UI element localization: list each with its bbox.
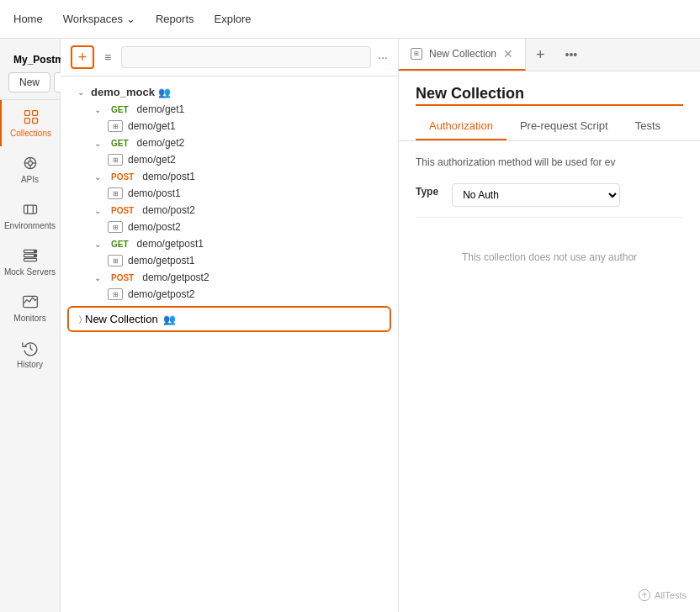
- group-label: demo/get1: [137, 103, 185, 115]
- sidebar-label-apis: APIs: [21, 175, 39, 184]
- tab-authorization[interactable]: Authorization: [416, 113, 506, 140]
- chevron-down-icon: ⌄: [94, 105, 108, 114]
- request-icon: ⊞: [108, 288, 123, 300]
- request-item-demo-get2[interactable]: ⊞ demo/get2: [61, 151, 398, 168]
- sidebar-label-monitors: Monitors: [13, 314, 45, 323]
- right-panel: ⊞ New Collection ✕ + ••• Authorization P…: [399, 39, 700, 612]
- method-badge-get: GET: [108, 138, 132, 149]
- collections-panel: + ≡ ··· ⌄ demo_mock 👥 ⌄ GET demo/get1 ⊞ …: [61, 39, 399, 612]
- search-input[interactable]: [121, 46, 371, 68]
- tree-container: ⌄ demo_mock 👥 ⌄ GET demo/get1 ⊞ demo/get…: [61, 76, 398, 612]
- svg-rect-4: [32, 119, 37, 124]
- method-badge-get: GET: [108, 239, 132, 250]
- request-item-demo-post1[interactable]: ⊞ demo/post1: [61, 185, 398, 202]
- mock-servers-icon: [22, 247, 39, 264]
- collection-title-input[interactable]: [416, 85, 683, 106]
- method-badge-post: POST: [108, 205, 137, 216]
- group-demo-post1[interactable]: ⌄ POST demo/post1: [61, 168, 398, 185]
- chevron-down-icon: ⌄: [77, 87, 91, 97]
- icon-sidebar: My_Postman New Import Collections APIs: [0, 39, 61, 612]
- svg-rect-1: [24, 111, 29, 116]
- request-icon: ⊞: [108, 120, 123, 132]
- svg-rect-3: [24, 119, 29, 124]
- new-collection-item[interactable]: 〉 New Collection 👥: [67, 306, 391, 332]
- sidebar-label-mock-servers: Mock Servers: [4, 267, 56, 277]
- request-item-demo-getpost1[interactable]: ⊞ demo/getpost1: [61, 252, 398, 269]
- add-collection-button[interactable]: +: [71, 45, 94, 69]
- auth-no-auth-message: This collection does not use any author: [416, 235, 683, 280]
- request-icon: ⊞: [108, 255, 123, 266]
- filter-button[interactable]: ≡: [101, 49, 114, 66]
- nav-reports[interactable]: Reports: [156, 9, 194, 29]
- sidebar-label-collections: Collections: [10, 129, 51, 138]
- tab-tests[interactable]: Tests: [622, 113, 674, 140]
- nav-home[interactable]: Home: [13, 9, 43, 29]
- group-demo-getpost2[interactable]: ⌄ POST demo/getpost2: [61, 269, 398, 286]
- method-badge-post: POST: [108, 272, 137, 283]
- svg-rect-2: [32, 111, 37, 116]
- group-demo-getpost1[interactable]: ⌄ GET demo/getpost1: [61, 235, 398, 252]
- request-label: demo/get2: [128, 154, 176, 166]
- group-demo-get2[interactable]: ⌄ GET demo/get2: [61, 135, 398, 151]
- group-label: demo/getpost1: [137, 238, 204, 250]
- sidebar-item-environments[interactable]: Environments: [0, 193, 60, 239]
- new-button[interactable]: New: [8, 72, 50, 92]
- request-icon: ⊞: [108, 154, 123, 166]
- nav-workspaces[interactable]: Workspaces ⌄: [63, 9, 135, 29]
- tab-pre-request-script[interactable]: Pre-request Script: [506, 113, 622, 140]
- nav-explore[interactable]: Explore: [215, 9, 252, 29]
- request-label: demo/getpost1: [128, 255, 194, 266]
- new-collection-label: New Collection: [85, 313, 158, 325]
- sidebar-label-history: History: [17, 360, 43, 369]
- method-badge-post: POST: [108, 171, 137, 182]
- group-label: demo/get2: [137, 137, 185, 149]
- auth-type-label: Type: [416, 186, 438, 198]
- alltest-logo-icon: [638, 588, 651, 602]
- tab-label: New Collection: [429, 48, 496, 60]
- collection-tab-icon: ⊞: [411, 48, 422, 60]
- more-options-button[interactable]: ···: [378, 50, 388, 64]
- request-item-demo-post2[interactable]: ⊞ demo/post2: [61, 219, 398, 235]
- auth-content: This authorization method will be used f…: [399, 141, 700, 612]
- users-icon: 👥: [158, 87, 171, 98]
- apis-icon: [22, 155, 39, 171]
- collections-icon: [23, 108, 40, 125]
- history-icon: [22, 340, 39, 356]
- chevron-down-icon: ⌄: [94, 206, 108, 215]
- sidebar-item-apis[interactable]: APIs: [0, 146, 60, 193]
- group-demo-post2[interactable]: ⌄ POST demo/post2: [61, 202, 398, 219]
- collection-item-demo-mock[interactable]: ⌄ demo_mock 👥: [61, 83, 398, 101]
- group-label: demo/getpost2: [142, 272, 209, 283]
- group-demo-get1[interactable]: ⌄ GET demo/get1: [61, 101, 398, 118]
- svg-point-5: [28, 161, 32, 166]
- sidebar-label-environments: Environments: [4, 221, 56, 230]
- tab-bar: ⊞ New Collection ✕ + •••: [399, 39, 700, 71]
- collection-name: demo_mock: [91, 86, 155, 98]
- request-label: demo/get1: [128, 120, 176, 132]
- tab-add-button[interactable]: +: [526, 40, 555, 71]
- sidebar-item-collections[interactable]: Collections: [0, 100, 60, 146]
- users-icon: 👥: [163, 314, 176, 325]
- tab-more-button[interactable]: •••: [555, 41, 588, 68]
- method-badge-get: GET: [108, 104, 132, 115]
- request-item-demo-getpost2[interactable]: ⊞ demo/getpost2: [61, 286, 398, 303]
- panel-toolbar: + ≡ ···: [61, 39, 398, 76]
- sidebar-item-mock-servers[interactable]: Mock Servers: [0, 239, 60, 285]
- tab-new-collection[interactable]: ⊞ New Collection ✕: [399, 39, 526, 71]
- auth-type-row: Type No Auth Bearer Token Basic Auth OAu…: [416, 183, 683, 207]
- sidebar-item-history[interactable]: History: [0, 331, 60, 377]
- request-icon: ⊞: [108, 187, 123, 199]
- environments-icon: [22, 201, 39, 218]
- collection-title-area: [399, 71, 700, 113]
- chevron-right-icon: 〉: [79, 314, 82, 324]
- group-label: demo/post2: [142, 204, 195, 216]
- auth-type-select[interactable]: No Auth Bearer Token Basic Auth OAuth 2.…: [452, 183, 620, 207]
- svg-rect-16: [24, 258, 36, 261]
- chevron-down-icon: ⌄: [126, 13, 135, 25]
- watermark: AllTests: [638, 588, 687, 602]
- content-tabs: Authorization Pre-request Script Tests: [399, 113, 700, 141]
- sidebar-item-monitors[interactable]: Monitors: [0, 285, 60, 331]
- top-nav: Home Workspaces ⌄ Reports Explore: [0, 0, 700, 39]
- request-item-demo-get1[interactable]: ⊞ demo/get1: [61, 118, 398, 135]
- tab-close-button[interactable]: ✕: [503, 47, 513, 61]
